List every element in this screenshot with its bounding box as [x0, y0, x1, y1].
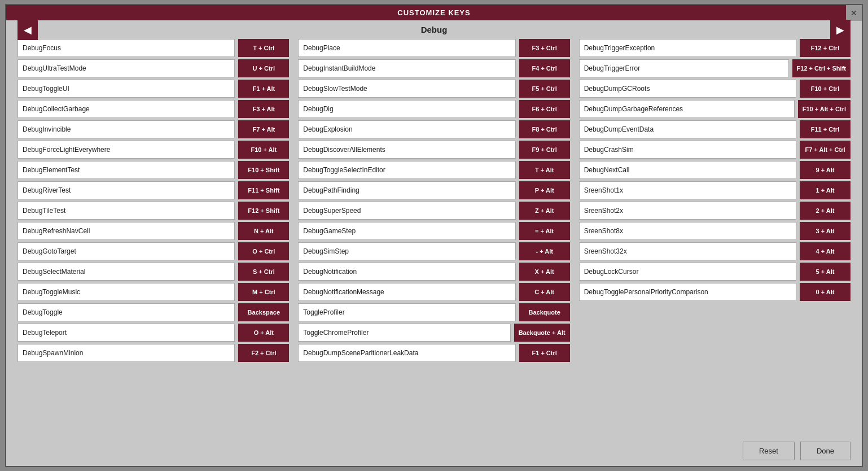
- prev-button[interactable]: ◀: [17, 20, 38, 40]
- key-name-label: DebugTogglePersonalPriorityComparison: [579, 283, 796, 301]
- key-binding-button[interactable]: T + Ctrl: [238, 39, 289, 57]
- key-binding-button[interactable]: F3 + Alt: [238, 100, 289, 118]
- key-row: DebugUltraTestModeU + Ctrl: [17, 59, 289, 77]
- key-binding-button[interactable]: F12 + Ctrl + Shift: [792, 59, 851, 77]
- key-binding-button[interactable]: U + Ctrl: [238, 59, 289, 77]
- key-row: DebugPathFindingP + Alt: [298, 181, 569, 199]
- key-binding-button[interactable]: O + Ctrl: [238, 242, 289, 260]
- key-name-label: DebugDig: [298, 100, 515, 118]
- key-name-label: DebugSpawnMinion: [17, 344, 235, 362]
- key-binding-button[interactable]: F11 + Ctrl: [800, 120, 851, 138]
- column-0: DebugFocusT + CtrlDebugUltraTestModeU + …: [17, 39, 289, 362]
- key-binding-button[interactable]: C + Alt: [519, 283, 570, 301]
- key-binding-button[interactable]: - + Alt: [519, 242, 570, 260]
- key-binding-button[interactable]: 2 + Alt: [800, 202, 851, 220]
- nav-row: ◀ Debug ▶: [6, 20, 862, 39]
- reset-button[interactable]: Reset: [743, 442, 795, 460]
- key-name-label: DebugDiscoverAllElements: [298, 141, 515, 159]
- close-button[interactable]: ✕: [846, 5, 862, 21]
- key-row: DebugSimStep- + Alt: [298, 242, 569, 260]
- key-name-label: DebugToggleSelectInEditor: [298, 161, 515, 179]
- next-button[interactable]: ▶: [830, 20, 851, 40]
- key-binding-button[interactable]: F1 + Ctrl: [519, 344, 570, 362]
- key-row: DebugDumpGCRootsF10 + Ctrl: [579, 80, 851, 98]
- key-name-label: DebugSimStep: [298, 242, 515, 260]
- key-binding-button[interactable]: F9 + Ctrl: [519, 141, 570, 159]
- key-name-label: DebugTeleport: [17, 324, 235, 342]
- key-name-label: DebugToggleUI: [17, 80, 235, 98]
- key-binding-button[interactable]: = + Alt: [519, 222, 570, 240]
- key-binding-button[interactable]: F2 + Ctrl: [238, 344, 289, 362]
- key-name-label: SreenShot2x: [579, 202, 796, 220]
- key-binding-button[interactable]: X + Alt: [519, 263, 570, 281]
- key-row: DebugTileTestF12 + Shift: [17, 202, 289, 220]
- key-binding-button[interactable]: T + Alt: [519, 161, 570, 179]
- key-row: DebugGameStep= + Alt: [298, 222, 569, 240]
- key-binding-button[interactable]: Backquote: [519, 303, 570, 321]
- key-binding-button[interactable]: 5 + Alt: [800, 263, 851, 281]
- key-binding-button[interactable]: F12 + Ctrl: [800, 39, 851, 57]
- key-row: DebugNotificationX + Alt: [298, 263, 569, 281]
- key-row: ToggleChromeProfilerBackquote + Alt: [298, 324, 569, 342]
- key-row: DebugTriggerErrorF12 + Ctrl + Shift: [579, 59, 851, 77]
- key-binding-button[interactable]: F10 + Ctrl: [800, 80, 851, 98]
- key-name-label: DebugLockCursor: [579, 263, 796, 281]
- key-binding-button[interactable]: P + Alt: [519, 181, 570, 199]
- key-binding-button[interactable]: O + Alt: [238, 324, 289, 342]
- key-row: SreenShot1x1 + Alt: [579, 181, 851, 199]
- key-binding-button[interactable]: F7 + Alt + Ctrl: [800, 141, 851, 159]
- key-name-label: ToggleChromeProfiler: [298, 324, 510, 342]
- key-row: DebugToggleSelectInEditorT + Alt: [298, 161, 569, 179]
- key-row: DebugDiscoverAllElementsF9 + Ctrl: [298, 141, 569, 159]
- key-binding-button[interactable]: Backspace: [238, 303, 289, 321]
- key-name-label: DebugNotification: [298, 263, 515, 281]
- key-binding-button[interactable]: F4 + Ctrl: [519, 59, 570, 77]
- key-name-label: DebugFocus: [17, 39, 235, 57]
- key-row: DebugSuperSpeedZ + Alt: [298, 202, 569, 220]
- columns-container: DebugFocusT + CtrlDebugUltraTestModeU + …: [17, 39, 851, 362]
- key-name-label: DebugSelectMaterial: [17, 263, 235, 281]
- key-binding-button[interactable]: F5 + Ctrl: [519, 80, 570, 98]
- key-binding-button[interactable]: S + Ctrl: [238, 263, 289, 281]
- key-row: DebugElementTestF10 + Shift: [17, 161, 289, 179]
- key-bindings-content: DebugFocusT + CtrlDebugUltraTestModeU + …: [6, 39, 862, 436]
- customize-keys-dialog: CUSTOMIZE KEYS ✕ ◀ Debug ▶ DebugFocusT +…: [5, 4, 863, 467]
- key-binding-button[interactable]: F10 + Alt + Ctrl: [798, 100, 851, 118]
- key-name-label: DebugCrashSim: [579, 141, 796, 159]
- key-name-label: DebugTriggerError: [579, 59, 789, 77]
- key-binding-button[interactable]: F3 + Ctrl: [519, 39, 570, 57]
- key-binding-button[interactable]: F10 + Shift: [238, 161, 289, 179]
- key-binding-button[interactable]: F7 + Alt: [238, 120, 289, 138]
- dialog-title: CUSTOMIZE KEYS: [397, 8, 470, 17]
- key-name-label: DebugToggle: [17, 303, 235, 321]
- key-binding-button[interactable]: Backquote + Alt: [514, 324, 570, 342]
- key-row: DebugPlaceF3 + Ctrl: [298, 39, 569, 57]
- key-binding-button[interactable]: 0 + Alt: [800, 283, 851, 301]
- key-row: DebugToggleUIF1 + Alt: [17, 80, 289, 98]
- key-binding-button[interactable]: F6 + Ctrl: [519, 100, 570, 118]
- key-binding-button[interactable]: Z + Alt: [519, 202, 570, 220]
- key-row: DebugSelectMaterialS + Ctrl: [17, 263, 289, 281]
- key-binding-button[interactable]: M + Ctrl: [238, 283, 289, 301]
- key-row: DebugToggleBackspace: [17, 303, 289, 321]
- page-title: Debug: [421, 25, 448, 34]
- key-row: DebugInstantBuildModeF4 + Ctrl: [298, 59, 569, 77]
- key-row: ToggleProfilerBackquote: [298, 303, 569, 321]
- done-button[interactable]: Done: [800, 442, 851, 460]
- key-binding-button[interactable]: F11 + Shift: [238, 181, 289, 199]
- key-binding-button[interactable]: F12 + Shift: [238, 202, 289, 220]
- key-binding-button[interactable]: F1 + Alt: [238, 80, 289, 98]
- key-name-label: DebugDumpEventData: [579, 120, 796, 138]
- key-binding-button[interactable]: 1 + Alt: [800, 181, 851, 199]
- key-name-label: DebugTriggerException: [579, 39, 796, 57]
- key-name-label: DebugDumpSceneParitionerLeakData: [298, 344, 515, 362]
- key-row: DebugSpawnMinionF2 + Ctrl: [17, 344, 289, 362]
- key-binding-button[interactable]: N + Alt: [238, 222, 289, 240]
- key-binding-button[interactable]: 3 + Alt: [800, 222, 851, 240]
- key-binding-button[interactable]: F8 + Ctrl: [519, 120, 570, 138]
- key-binding-button[interactable]: 9 + Alt: [800, 161, 851, 179]
- key-binding-button[interactable]: F10 + Alt: [238, 141, 289, 159]
- key-name-label: SreenShot32x: [579, 242, 796, 260]
- key-name-label: DebugExplosion: [298, 120, 515, 138]
- key-binding-button[interactable]: 4 + Alt: [800, 242, 851, 260]
